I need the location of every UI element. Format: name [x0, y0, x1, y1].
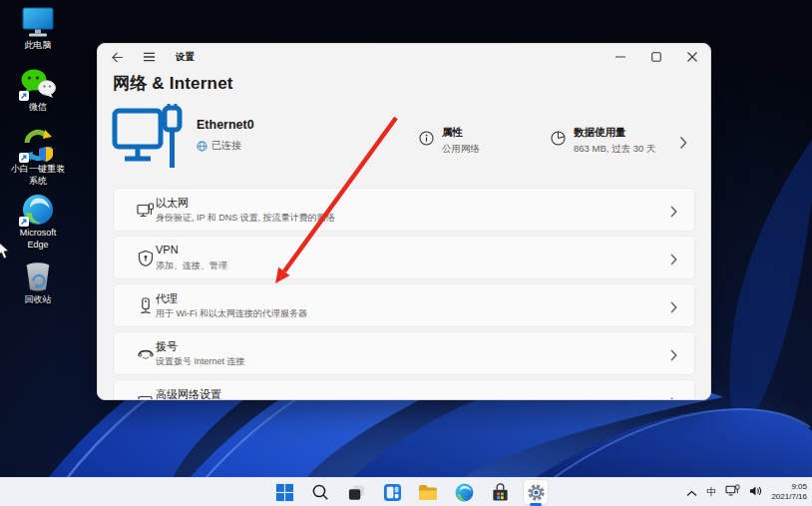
- ethernet-icon: [137, 202, 155, 224]
- row-subtitle: 身份验证, IP 和 DNS 设置, 按流量计费的网络: [156, 212, 335, 225]
- search-icon[interactable]: [308, 480, 332, 504]
- row-title: 代理: [156, 291, 178, 306]
- app-title: 设置: [176, 51, 195, 64]
- edge-logo-icon: [20, 194, 56, 226]
- close-button[interactable]: [674, 44, 710, 69]
- settings-row-dialup[interactable]: 拨号 设置拨号 Internet 连接: [113, 331, 695, 375]
- taskbar-icons: [272, 480, 548, 504]
- row-title: 高级网络设置: [156, 387, 221, 400]
- proxy-server-icon: [137, 297, 155, 319]
- system-tray: 中 9:05 2021/7/16: [686, 478, 807, 506]
- clock-date: 2021/7/16: [771, 492, 807, 502]
- taskbar: 中 9:05 2021/7/16: [0, 477, 812, 506]
- recycle-bin-icon: [20, 260, 56, 292]
- network-status-icon[interactable]: [725, 483, 740, 501]
- row-title: VPN: [156, 244, 179, 255]
- desktop-icon-label: Microsoft: [20, 228, 57, 239]
- connection-name: Ethernet0: [197, 118, 254, 132]
- file-explorer-icon[interactable]: [416, 480, 440, 504]
- xiaobai-reinstall-icon: [20, 130, 56, 162]
- mouse-cursor: [0, 241, 11, 260]
- taskbar-clock[interactable]: 9:05 2021/7/16: [771, 482, 807, 503]
- connection-status: 已连接: [197, 139, 241, 153]
- desktop-icon-label-line2: Edge: [27, 240, 48, 251]
- minimize-button[interactable]: [603, 44, 638, 69]
- clock-time: 9:05: [771, 482, 807, 492]
- volume-icon[interactable]: [749, 483, 762, 501]
- row-subtitle: 添加、连接、管理: [156, 259, 227, 272]
- settings-row-ethernet[interactable]: 以太网 身份验证, IP 和 DNS 设置, 按流量计费的网络: [113, 188, 695, 232]
- wechat-icon: [20, 68, 56, 100]
- vpn-shield-icon: [137, 250, 155, 271]
- tray-chevron-up-icon[interactable]: [686, 483, 697, 501]
- desktop-icon-microsoft-edge[interactable]: Microsoft Edge: [5, 194, 71, 251]
- shortcut-arrow-icon: [19, 91, 29, 101]
- task-view-icon[interactable]: [344, 480, 368, 504]
- ethernet-hero-icon: [111, 104, 183, 176]
- window-controls: [603, 44, 710, 69]
- desktop-icon-recycle-bin[interactable]: 回收站: [5, 260, 71, 305]
- widgets-icon[interactable]: [380, 480, 404, 504]
- desktop-icon-label: 小白一键重装: [11, 164, 65, 175]
- microsoft-store-icon[interactable]: [488, 480, 512, 504]
- chevron-right-icon: [670, 252, 677, 269]
- settings-row-vpn[interactable]: VPN 添加、连接、管理: [113, 236, 695, 279]
- advanced-network-icon: [137, 393, 155, 400]
- chevron-right-icon: [670, 299, 677, 317]
- desktop-icon-this-pc[interactable]: 此电脑: [5, 6, 71, 51]
- shortcut-arrow-icon: [19, 153, 29, 163]
- data-usage-subtitle: 863 MB, 过去 30 天: [574, 143, 655, 156]
- row-title: 以太网: [156, 196, 189, 211]
- settings-row-proxy[interactable]: 代理 用于 Wi-Fi 和以太网连接的代理服务器: [113, 283, 695, 327]
- settings-row-advanced-network[interactable]: 高级网络设置: [113, 379, 695, 400]
- globe-icon: [197, 141, 207, 152]
- back-button[interactable]: [104, 47, 130, 67]
- info-icon: [419, 131, 434, 150]
- data-usage-title: 数据使用量: [574, 126, 655, 140]
- chevron-right-icon: [670, 204, 677, 222]
- chevron-right-icon[interactable]: [679, 136, 687, 154]
- desktop-icon-label: 回收站: [25, 294, 52, 305]
- chevron-right-icon: [670, 395, 677, 400]
- chevron-right-icon: [670, 347, 677, 365]
- desktop-icon-xiaobai-reinstall[interactable]: 小白一键重装 系统: [5, 130, 71, 187]
- ime-indicator[interactable]: 中: [706, 485, 716, 499]
- dialup-phone-icon: [137, 345, 155, 367]
- desktop-screen: 此电脑 微信: [0, 0, 812, 506]
- row-subtitle: 设置拨号 Internet 连接: [156, 355, 245, 368]
- maximize-button[interactable]: [638, 44, 674, 69]
- desktop-icon-label: 此电脑: [25, 40, 52, 51]
- settings-gear-icon[interactable]: [524, 480, 548, 504]
- edge-taskbar-icon[interactable]: [452, 480, 476, 504]
- settings-window: 设置 网络 & Internet: [97, 43, 711, 400]
- start-button[interactable]: [272, 480, 296, 504]
- properties-subtitle: 公用网络: [442, 143, 480, 156]
- shortcut-arrow-icon: [19, 217, 29, 227]
- desktop-icon-label-line2: 系统: [29, 176, 47, 187]
- data-usage-pie-icon: [551, 131, 566, 150]
- page-title: 网络 & Internet: [113, 72, 233, 95]
- desktop-icon-wechat[interactable]: 微信: [5, 68, 71, 113]
- window-titlebar: 设置: [98, 44, 710, 70]
- row-title: 拨号: [156, 339, 178, 354]
- data-usage-block[interactable]: 数据使用量 863 MB, 过去 30 天: [574, 126, 655, 156]
- connection-status-text: 已连接: [211, 139, 241, 153]
- navigation-menu-icon[interactable]: [136, 47, 162, 67]
- properties-title: 属性: [442, 126, 480, 140]
- row-subtitle: 用于 Wi-Fi 和以太网连接的代理服务器: [156, 307, 307, 320]
- this-pc-icon: [20, 6, 56, 38]
- properties-block[interactable]: 属性 公用网络: [442, 126, 480, 156]
- desktop-icon-label: 微信: [29, 102, 47, 113]
